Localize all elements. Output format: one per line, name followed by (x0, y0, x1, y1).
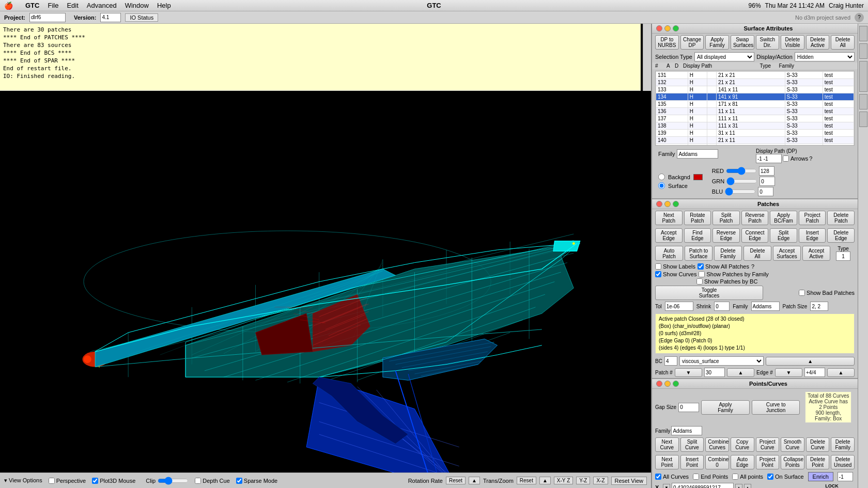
table-row[interactable]: 140 H 21 x 11 S-33 test (656, 137, 854, 144)
patch-size-input[interactable] (810, 302, 828, 311)
next-curve-btn[interactable]: Next Curve (655, 437, 679, 452)
side-tool-1[interactable] (859, 26, 867, 41)
combine-curves-btn[interactable]: Combine Curves (705, 437, 729, 452)
y-z-btn[interactable]: Y-Z (576, 477, 590, 484)
apply-family-btn[interactable]: Apply Family (705, 35, 729, 50)
auto-patch-btn[interactable]: Auto Patch (655, 246, 683, 261)
combine-edge-btn[interactable]: Combine 0 (705, 455, 729, 469)
delete-family-btn[interactable]: Delete Family (714, 246, 742, 261)
delete-active-btn[interactable]: Delete Active (806, 35, 830, 50)
show-labels-checkbox[interactable]: Show Labels (655, 263, 695, 270)
depth-cue-checkbox[interactable]: Depth Cue (195, 478, 230, 484)
xy-z-btn[interactable]: X-Y Z (554, 477, 573, 484)
rotate-patch-btn[interactable]: Rotate Patch (684, 211, 711, 225)
menu-window[interactable]: Window (125, 2, 149, 9)
grn-slider[interactable] (726, 177, 757, 185)
red-slider[interactable] (726, 167, 757, 175)
table-row[interactable]: 131 H 21 x 21 S-33 test (656, 72, 854, 79)
patches-maximize-dot[interactable] (673, 201, 679, 207)
delete-edge-btn[interactable]: Delete Edge (827, 228, 855, 243)
delete-unused-btn[interactable]: Delete Unused (831, 455, 855, 469)
project-point-btn[interactable]: Project Point (756, 455, 780, 469)
accept-surfaces-btn[interactable]: Accept Surfaces (773, 246, 801, 261)
type-input[interactable] (836, 251, 850, 261)
delete-family-curves-btn[interactable]: Delete Family (831, 437, 855, 452)
close-dot[interactable] (656, 25, 662, 32)
table-row[interactable]: 135 H 171 x 81 S-33 test (656, 101, 854, 108)
points-minimize-dot[interactable] (664, 381, 671, 387)
clip-slider[interactable] (158, 477, 189, 485)
bc-input[interactable] (664, 356, 677, 366)
apply-family-curves-btn[interactable]: Apply Family (701, 400, 750, 415)
perspective-checkbox[interactable]: Perspective (49, 478, 86, 484)
edge-down-btn[interactable]: ▼ (775, 368, 802, 377)
table-row[interactable]: 133 H 141 x 11 S-33 test (656, 86, 854, 93)
patches-help-icon[interactable]: ? (751, 263, 754, 270)
delete-patch-btn[interactable]: Delete Patch (827, 211, 855, 225)
split-curve-btn[interactable]: Split Curve (680, 437, 704, 452)
enrich-btn[interactable]: Enrich (808, 472, 833, 481)
collapse-points-btn[interactable]: Collapse Points (781, 455, 804, 469)
edge-up-btn[interactable]: ▲ (827, 368, 855, 377)
show-patches-family-checkbox[interactable]: Show Patches by Family (699, 271, 768, 277)
show-curves-checkbox[interactable]: Show Curves (655, 271, 696, 277)
table-row[interactable]: 139 H 31 x 11 S-33 test (656, 130, 854, 137)
arrows-checkbox[interactable]: Arrows (783, 155, 808, 162)
table-row[interactable]: 138 H 111 x 31 S-33 test (656, 122, 854, 130)
reverse-patch-btn[interactable]: Reverse Patch (741, 211, 769, 225)
blu-slider[interactable] (725, 187, 756, 196)
version-input[interactable] (100, 13, 121, 22)
patch-num-input[interactable] (704, 368, 725, 377)
next-point-btn[interactable]: Next Point (655, 455, 679, 469)
switch-dir-btn[interactable]: Switch Dir. (756, 35, 780, 50)
all-curves-checkbox[interactable]: All Curves (655, 474, 689, 480)
project-input[interactable] (29, 13, 66, 22)
grn-value[interactable] (760, 177, 775, 186)
family-curves-input[interactable] (671, 426, 702, 435)
side-tool-4[interactable] (859, 94, 867, 109)
copy-curve-btn[interactable]: Copy Curve (731, 437, 754, 452)
patches-close-dot[interactable] (656, 201, 662, 207)
minimize-dot[interactable] (664, 25, 671, 32)
connect-edge-btn[interactable]: Connect Edge (741, 228, 769, 243)
reverse-edge-btn[interactable]: Reverse Edge (712, 228, 740, 243)
smooth-curve-btn[interactable]: Smooth Curve (781, 437, 804, 452)
log-scrollbar[interactable] (643, 24, 651, 91)
menu-edit[interactable]: Edit (67, 2, 78, 9)
on-surface-checkbox[interactable]: On Surface (767, 474, 804, 480)
up-rotation-btn[interactable]: ▲ (469, 477, 480, 484)
plot3d-mouse-checkbox[interactable]: Plot3D Mouse (92, 478, 135, 484)
show-all-patches-checkbox[interactable]: Show All Patches (698, 263, 749, 270)
show-bad-patches-checkbox[interactable]: Show Bad Patches (799, 286, 855, 300)
background-radio[interactable] (658, 174, 665, 180)
patch-up-btn[interactable]: ▲ (766, 357, 855, 366)
apple-menu[interactable]: 🍎 (4, 2, 13, 10)
dp-to-nurbs-btn[interactable]: DP to NURBS (655, 35, 679, 50)
shrink-input[interactable] (714, 302, 730, 311)
family-patches-input[interactable] (751, 302, 780, 311)
end-points-checkbox[interactable]: End Points (693, 474, 728, 480)
x-up-btn[interactable]: ▲ (735, 484, 742, 488)
x-input[interactable] (672, 483, 734, 488)
maximize-dot[interactable] (673, 25, 679, 32)
points-close-dot[interactable] (656, 381, 662, 387)
patch-to-surface-btn[interactable]: Patch to Surface (685, 246, 712, 261)
show-patches-bc-checkbox[interactable]: Show Patches by BC (696, 278, 757, 285)
apply-bc-fam-btn[interactable]: Apply BC/Fam (770, 211, 797, 225)
up-trans-btn[interactable]: ▲ (539, 477, 551, 484)
tol-input[interactable] (665, 302, 693, 311)
gap-size-input[interactable] (678, 403, 699, 412)
curve-to-junction-btn[interactable]: Curve to Junction (752, 400, 800, 415)
table-row[interactable]: 132 H 21 x 21 S-33 test (656, 79, 854, 86)
points-maximize-dot[interactable] (673, 381, 679, 387)
find-edge-btn[interactable]: Find Edge (684, 228, 711, 243)
table-row[interactable]: 141 H 61 x 151 S-33 test (656, 144, 854, 146)
side-tool-3[interactable] (859, 61, 867, 92)
delete-visible-btn[interactable]: Delete Visible (781, 35, 804, 50)
project-curve-btn[interactable]: Project Curve (756, 437, 780, 452)
surface-table[interactable]: 131 H 21 x 21 S-33 test 132 H 21 x 21 S-… (655, 71, 855, 146)
delete-all-btn[interactable]: Delete All (831, 35, 855, 50)
project-patch-btn[interactable]: Project Patch (799, 211, 826, 225)
display-action-select[interactable]: Hidden (795, 52, 855, 61)
table-row[interactable]: 134 H 141 x 91 S-33 test (656, 93, 854, 101)
